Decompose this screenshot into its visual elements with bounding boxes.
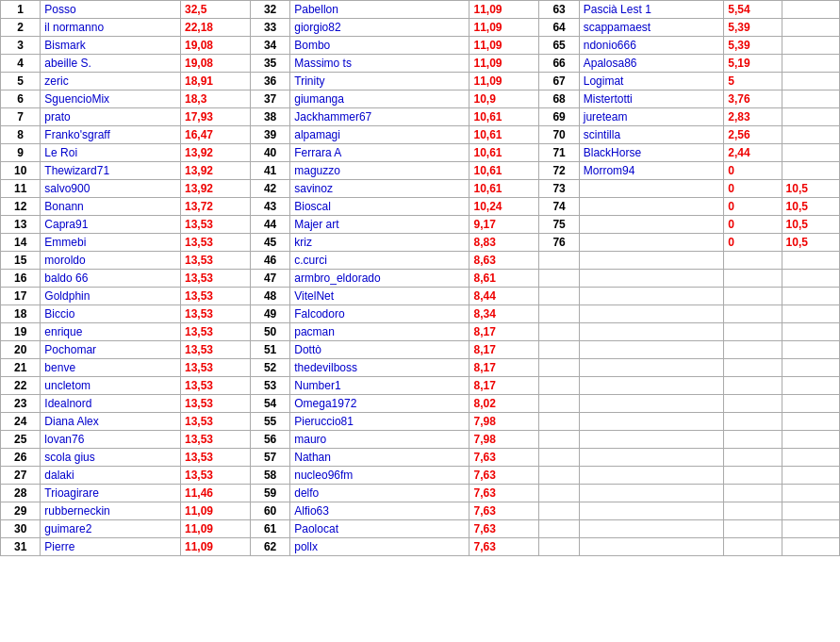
rank-col2: 59 [250,485,289,502]
extra-col3 [782,359,839,377]
name-col3 [579,449,724,467]
rank-col2: 44 [250,216,289,234]
score-col3: 2,56 [724,126,782,144]
name-col1: Capra91 [41,216,181,234]
extra-col3 [782,91,839,108]
name-col3 [579,305,724,323]
score-col3: 0 [724,234,782,252]
score-col3 [724,377,782,395]
score-col1: 18,91 [180,73,250,91]
name-col1: il normanno [41,19,181,37]
rank-col1: 30 [1,520,41,538]
score-col1: 13,92 [180,162,250,180]
rank-col1: 26 [1,449,41,467]
score-col1: 17,93 [180,108,250,126]
score-col3 [724,431,782,449]
score-col1: 13,72 [180,198,250,216]
name-col3: scappamaest [579,19,724,37]
score-col2: 8,34 [469,305,539,323]
name-col2: VitelNet [290,288,469,305]
rank-col2: 62 [250,538,289,556]
score-col1: 13,53 [180,252,250,270]
rank-col1: 21 [1,359,41,377]
rank-col2: 47 [250,270,289,288]
score-col2: 7,63 [469,449,539,467]
name-col2: Pieruccio81 [290,413,469,431]
extra-col3 [782,341,839,359]
rank-col1: 31 [1,538,41,556]
name-col1: Franko'sgraff [41,126,181,144]
rank-col1: 9 [1,144,41,162]
extra-col3 [782,73,839,91]
name-col3 [579,288,724,305]
score-col1: 18,3 [180,91,250,108]
extra-col3: 10,5 [782,216,839,234]
name-col2: savinoz [290,180,469,198]
name-col3 [579,467,724,485]
name-col1: Biccio [41,305,181,323]
score-col2: 7,98 [469,431,539,449]
name-col3: Logimat [579,73,724,91]
name-col3: ndonio666 [579,37,724,55]
score-col1: 11,09 [180,520,250,538]
score-col3 [724,288,782,305]
rank-col2: 48 [250,288,289,305]
rank-col1: 12 [1,198,41,216]
score-col2: 9,17 [469,216,539,234]
rank-col1: 14 [1,234,41,252]
score-col3: 0 [724,198,782,216]
name-col3 [579,502,724,520]
rank-col3: 75 [539,216,579,234]
rank-col1: 13 [1,216,41,234]
name-col2: Majer art [290,216,469,234]
extra-col3 [782,126,839,144]
extra-col3 [782,395,839,413]
name-col1: Pierre [41,538,181,556]
rank-col1: 16 [1,270,41,288]
extra-col3 [782,144,839,162]
rank-col3: 70 [539,126,579,144]
score-col1: 19,08 [180,37,250,55]
rank-col1: 24 [1,413,41,431]
score-col1: 11,09 [180,538,250,556]
name-col3 [579,270,724,288]
extra-col3 [782,467,839,485]
name-col2: giumanga [290,91,469,108]
score-col2: 8,63 [469,252,539,270]
score-col1: 32,5 [180,1,250,19]
extra-col3 [782,19,839,37]
name-col1: uncletom [41,377,181,395]
rank-col2: 34 [250,37,289,55]
name-col2: Dottò [290,341,469,359]
score-col3 [724,467,782,485]
score-col1: 13,53 [180,288,250,305]
extra-col3: 10,5 [782,198,839,216]
rank-col3: 74 [539,198,579,216]
score-col3: 0 [724,216,782,234]
name-col2: Massimo ts [290,55,469,73]
name-col2: kriz [290,234,469,252]
score-col2: 8,17 [469,323,539,341]
name-col3 [579,323,724,341]
name-col3 [579,538,724,556]
name-col3: jureteam [579,108,724,126]
score-col2: 11,09 [469,55,539,73]
name-col3 [579,395,724,413]
rank-col2: 45 [250,234,289,252]
rank-col3: 72 [539,162,579,180]
name-col2: maguzzo [290,162,469,180]
name-col2: Jackhammer67 [290,108,469,126]
extra-col3 [782,485,839,502]
score-col1: 13,53 [180,216,250,234]
score-col1: 13,53 [180,234,250,252]
name-col1: Idealnord [41,395,181,413]
rank-col3 [539,449,579,467]
score-col2: 7,63 [469,538,539,556]
rank-col3: 64 [539,19,579,37]
name-col3 [579,234,724,252]
score-col2: 10,24 [469,198,539,216]
name-col1: Goldphin [41,288,181,305]
score-col3 [724,520,782,538]
extra-col3 [782,1,839,19]
name-col1: Diana Alex [41,413,181,431]
